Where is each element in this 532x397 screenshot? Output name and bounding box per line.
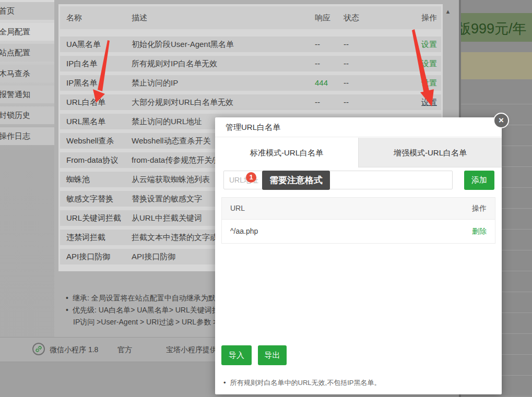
url-list-col-url: URL [230, 204, 245, 212]
modal-title-bar: 管理URL白名单 [215, 117, 502, 137]
col-resp: 响应 [315, 6, 330, 29]
table-row: IP黑名单禁止访问的IP444--设置 [60, 75, 441, 91]
delete-link[interactable]: 删除 [472, 220, 487, 243]
close-icon[interactable]: × [493, 113, 509, 128]
url-list-header: URL 操作 [222, 198, 495, 220]
link-icon [32, 343, 45, 355]
add-button[interactable]: 添加 [464, 171, 494, 190]
sidebar-item-block-history[interactable]: 封锁历史 [0, 106, 54, 124]
table-row-url-whitelist: URL白名单大部分规则对URL白名单无效----设置 [60, 94, 441, 110]
note-priority: 优先级: UA白名单> UA黑名单> URL关键词拦截 [73, 306, 227, 314]
sidebar-item-home[interactable]: 首页 [0, 2, 54, 20]
col-action: 操作 [421, 6, 437, 29]
settings-link[interactable]: 设置 [421, 56, 437, 71]
table-row: UA黑名单初始化阶段User-Agent黑名单----设置 [60, 37, 441, 52]
note-inherit: 继承: 全局设置将在站点配置中自动继承为默认值 [73, 294, 230, 302]
table-row: IP白名单所有规则对IP白名单无效----设置 [60, 56, 441, 71]
url-input[interactable] [223, 171, 453, 189]
url-list: URL 操作 ^/aa.php 删除 [221, 197, 495, 244]
background-highlight-band [461, 52, 532, 79]
url-whitelist-modal: 管理URL白名单 标准模式-URL白名单 增强模式-URL白名单 1 需要注意格… [215, 117, 502, 394]
url-list-col-action: 操作 [472, 198, 487, 219]
modal-note: •所有规则对白名单中的URL无效,不包括IP黑名单。 [223, 378, 381, 388]
step-badge: 1 [246, 172, 256, 183]
modal-tabs: 标准模式-URL白名单 增强模式-URL白名单 [215, 138, 502, 167]
sidebar-item-site-config[interactable]: 站点配置 [0, 44, 54, 62]
sidebar-item-operation-log[interactable]: 操作日志 [0, 127, 54, 145]
tab-standard-mode[interactable]: 标准模式-URL白名单 [215, 138, 358, 167]
tab-enhanced-mode[interactable]: 增强模式-URL白名单 [358, 138, 502, 167]
export-button[interactable]: 导出 [258, 345, 287, 365]
col-desc: 描述 [132, 6, 147, 29]
import-button[interactable]: 导入 [221, 345, 252, 365]
table-header: 名称 描述 响应 状态 操作 [60, 6, 441, 29]
footer-tag: 官方 [117, 338, 132, 362]
footer-app-name[interactable]: 微信小程序 1.8 [50, 338, 98, 362]
col-name: 名称 [66, 6, 82, 29]
sidebar-item-alerts[interactable]: 报警通知 [0, 86, 54, 103]
price-banner: 版999元/年 [461, 13, 532, 42]
settings-link-url-whitelist[interactable]: 设置 [421, 94, 437, 110]
settings-link[interactable]: 设置 [421, 75, 437, 91]
url-list-row: ^/aa.php 删除 [222, 220, 495, 243]
sidebar-item-global-config[interactable]: 全局配置 [0, 23, 54, 41]
price-banner-text: 版999元/年 [461, 19, 527, 38]
scroll-up-icon[interactable]: ▲ [443, 7, 453, 16]
settings-link[interactable]: 设置 [421, 37, 437, 52]
note-priority-cont: IP访问 >User-Agent > URI过滤 > URL参数 > C [73, 318, 224, 326]
sidebar-item-trojan-scan[interactable]: 木马查杀 [0, 65, 54, 82]
screen: 版999元/年 首页 全局配置 站点配置 木马查杀 报警通知 封锁历史 操作日志… [0, 0, 532, 397]
col-status: 状态 [344, 6, 359, 29]
modal-title: 管理URL白名单 [226, 123, 280, 131]
format-tooltip: 需要注意格式 [262, 171, 330, 190]
url-value: ^/aa.php [230, 227, 258, 235]
